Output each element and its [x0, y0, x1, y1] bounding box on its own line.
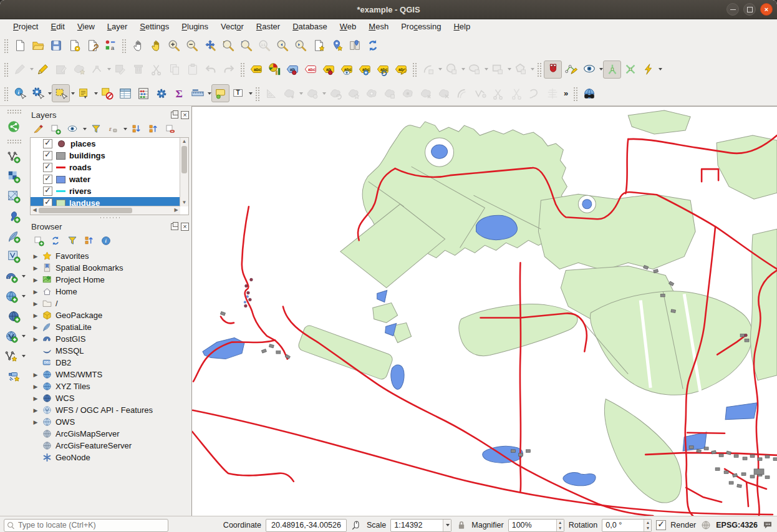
filter-legend-button[interactable]	[89, 122, 104, 137]
browser-item-arcgismapserver[interactable]: ArcGisMapServer	[30, 428, 190, 440]
extents-toggle-icon[interactable]	[351, 520, 362, 531]
layer-item-water[interactable]: water	[31, 173, 180, 185]
browser-item-favorites[interactable]: ▶Favorites	[30, 250, 190, 262]
toolbar-handle[interactable]	[536, 62, 542, 77]
select-by-value-button[interactable]	[75, 84, 93, 102]
browser-item-postgis[interactable]: ▶PostGIS	[30, 333, 190, 345]
menu-plugins[interactable]: Plugins	[176, 21, 214, 32]
expand-arrow-icon[interactable]: ▶	[32, 253, 39, 259]
layer-labeling-button[interactable]: abc	[247, 60, 265, 79]
browser-item-geopackage[interactable]: ▶GeoPackage	[30, 309, 190, 321]
browser-item-spatial-bookmarks[interactable]: ▶Spatial Bookmarks	[30, 262, 190, 274]
zoom-in-button[interactable]	[165, 37, 183, 55]
menu-edit[interactable]: Edit	[45, 21, 70, 32]
layer-checkbox-buildings[interactable]	[43, 151, 52, 160]
layer-checkbox-roads[interactable]	[43, 163, 52, 172]
browser-item-xyz-tiles[interactable]: ▶XYZ Tiles	[30, 380, 190, 392]
open-attribute-table-button[interactable]	[116, 84, 134, 102]
layers-vertical-scrollbar[interactable]: ▲▼	[180, 138, 188, 206]
expand-arrow-icon[interactable]: ▶	[32, 384, 39, 390]
highlight-pinned-labels-button[interactable]: abc	[301, 60, 319, 79]
menu-raster[interactable]: Raster	[251, 21, 286, 32]
filter-by-expression-dropdown-icon[interactable]	[123, 128, 127, 130]
new-shapefile-layer-button[interactable]	[2, 347, 21, 365]
maximize-button[interactable]	[743, 3, 756, 16]
pan-to-selection-button[interactable]	[147, 37, 165, 55]
menu-project[interactable]: Project	[7, 21, 44, 32]
deselect-all-button[interactable]	[98, 84, 116, 102]
scale-combo[interactable]	[390, 519, 451, 532]
toolbar-handle[interactable]	[412, 62, 417, 77]
coordinate-input[interactable]	[266, 521, 346, 530]
new-shapefile-layer-dropdown-icon[interactable]	[22, 355, 26, 357]
title-bar[interactable]: *example - QGIS ×	[0, 0, 777, 19]
add-mesh-layer-button[interactable]	[5, 187, 23, 205]
browser-item-spatialite[interactable]: ▶SpatiaLite	[30, 321, 190, 333]
layer-checkbox-places[interactable]	[43, 139, 52, 148]
zoom-full-button[interactable]	[201, 37, 219, 55]
crs-globe-icon[interactable]	[700, 520, 712, 531]
new-spatial-bookmark-button[interactable]	[327, 37, 345, 55]
filter-by-expression-button[interactable]: ε	[105, 122, 120, 137]
text-annotation-button[interactable]: T	[229, 84, 248, 102]
expand-arrow-icon[interactable]: ▶	[32, 395, 39, 402]
magnifier-spinbox[interactable]: ▲▼	[508, 519, 564, 532]
add-raster-layer-button[interactable]	[5, 167, 23, 185]
browser-item-wcs[interactable]: ▶WCS	[30, 392, 190, 404]
field-calculator-button[interactable]	[134, 84, 152, 102]
layer-item-rivers[interactable]: rivers	[31, 185, 180, 197]
data-source-manager-button[interactable]	[5, 117, 23, 135]
rotation-spinbox[interactable]: ▲▼	[602, 519, 652, 532]
processing-toolbox-button[interactable]	[152, 84, 170, 102]
menu-settings[interactable]: Settings	[134, 21, 175, 32]
menu-view[interactable]: View	[72, 21, 100, 32]
vertex-editor-button[interactable]	[562, 60, 580, 79]
menu-database[interactable]: Database	[287, 21, 333, 32]
locate-search[interactable]	[4, 519, 168, 532]
expand-arrow-icon[interactable]: ▶	[32, 301, 39, 307]
new-print-layout-button[interactable]	[65, 37, 83, 55]
layer-item-buildings[interactable]: buildings	[31, 150, 180, 162]
zoom-next-button[interactable]	[291, 37, 309, 55]
layers-panel-close-icon[interactable]: ×	[181, 111, 189, 119]
enable-snapping-button[interactable]	[544, 60, 562, 79]
measure-line-button[interactable]	[188, 84, 206, 102]
rotation-down-icon[interactable]: ▼	[644, 525, 651, 531]
properties-widget-button[interactable]: i	[99, 233, 113, 248]
menu-layer[interactable]: Layer	[102, 21, 133, 32]
close-button[interactable]: ×	[760, 3, 773, 16]
pan-map-button[interactable]	[128, 37, 147, 55]
messages-icon[interactable]	[762, 520, 773, 531]
expand-all-button[interactable]	[129, 122, 144, 137]
manage-map-themes-dropdown-icon[interactable]	[83, 128, 87, 130]
add-wfs-layer-button[interactable]	[2, 327, 21, 345]
magnifier-down-icon[interactable]: ▼	[557, 525, 564, 531]
run-feature-action-button[interactable]	[29, 84, 47, 102]
expand-arrow-icon[interactable]: ▶	[32, 372, 39, 378]
show-spatial-bookmarks-button[interactable]	[345, 37, 364, 55]
add-postgis-layer-dropdown-icon[interactable]	[22, 275, 26, 278]
browser-item-wfs-ogc-api-features[interactable]: ▶WFS / OGC API - Features	[30, 404, 190, 416]
show-hide-labels-button[interactable]: abc	[337, 60, 355, 79]
toolbar-handle[interactable]	[572, 86, 578, 101]
toolbar-handle[interactable]	[3, 86, 9, 101]
style-manager-button[interactable]: a	[101, 37, 119, 55]
toolbar-handle[interactable]	[6, 109, 21, 114]
browser-item-arcgisfeatureserver[interactable]: ArcGisFeatureServer	[30, 440, 190, 452]
search-plugin-button[interactable]	[580, 84, 598, 102]
open-project-button[interactable]	[29, 37, 47, 55]
expand-arrow-icon[interactable]: ▶	[32, 277, 39, 283]
magnifier-up-icon[interactable]: ▲	[557, 520, 564, 526]
toolbar-overflow-icon[interactable]: »	[561, 89, 571, 98]
collapse-all-button[interactable]	[146, 122, 161, 137]
add-spatialite-layer-button[interactable]	[5, 227, 23, 245]
zoom-last-button[interactable]	[273, 37, 291, 55]
expand-arrow-icon[interactable]: ▶	[32, 407, 39, 414]
zoom-out-button[interactable]	[183, 37, 201, 55]
toolbar-handle[interactable]	[121, 38, 127, 53]
save-project-button[interactable]	[47, 37, 65, 55]
scale-dropdown-icon[interactable]	[443, 520, 451, 531]
expand-arrow-icon[interactable]: ▶	[32, 419, 39, 425]
expand-arrow-icon[interactable]: ▶	[32, 289, 39, 295]
expand-arrow-icon[interactable]: ▶	[32, 336, 39, 342]
